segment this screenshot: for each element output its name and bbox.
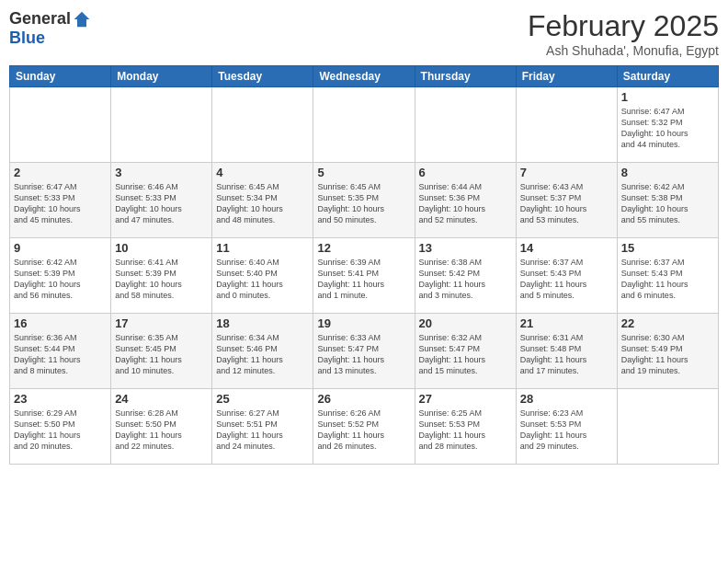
day-number: 2 — [14, 166, 107, 179]
header: General Blue February 2025 Ash Shuhada',… — [9, 9, 719, 58]
day-cell-2: 2Sunrise: 6:47 AM Sunset: 5:33 PM Daylig… — [10, 163, 111, 238]
day-number: 20 — [419, 316, 512, 330]
logo: General Blue — [9, 9, 91, 48]
day-info: Sunrise: 6:27 AM Sunset: 5:51 PM Dayligh… — [216, 408, 309, 453]
day-info: Sunrise: 6:26 AM Sunset: 5:52 PM Dayligh… — [317, 408, 410, 453]
day-number: 23 — [14, 392, 107, 406]
day-cell-27: 27Sunrise: 6:25 AM Sunset: 5:53 PM Dayli… — [415, 389, 516, 465]
day-info: Sunrise: 6:45 AM Sunset: 5:34 PM Dayligh… — [216, 181, 309, 226]
day-cell-5: 5Sunrise: 6:45 AM Sunset: 5:35 PM Daylig… — [313, 163, 415, 238]
empty-cell — [516, 87, 617, 163]
day-info: Sunrise: 6:35 AM Sunset: 5:45 PM Dayligh… — [115, 332, 208, 377]
day-number: 21 — [520, 316, 613, 330]
day-number: 8 — [621, 166, 714, 179]
month-title: February 2025 — [528, 9, 719, 43]
day-cell-13: 13Sunrise: 6:38 AM Sunset: 5:42 PM Dayli… — [415, 238, 516, 314]
day-info: Sunrise: 6:33 AM Sunset: 5:47 PM Dayligh… — [317, 332, 410, 377]
svg-marker-0 — [74, 11, 90, 27]
day-info: Sunrise: 6:32 AM Sunset: 5:47 PM Dayligh… — [419, 332, 512, 377]
day-number: 7 — [520, 166, 613, 179]
day-header-wednesday: Wednesday — [313, 66, 415, 87]
empty-cell — [415, 87, 516, 163]
day-cell-11: 11Sunrise: 6:40 AM Sunset: 5:40 PM Dayli… — [212, 238, 313, 314]
location: Ash Shuhada', Monufia, Egypt — [528, 43, 719, 58]
day-cell-26: 26Sunrise: 6:26 AM Sunset: 5:52 PM Dayli… — [313, 389, 415, 465]
empty-cell — [212, 87, 313, 163]
day-cell-18: 18Sunrise: 6:34 AM Sunset: 5:46 PM Dayli… — [212, 314, 313, 389]
week-row-4: 16Sunrise: 6:36 AM Sunset: 5:44 PM Dayli… — [10, 314, 719, 389]
day-cell-7: 7Sunrise: 6:43 AM Sunset: 5:37 PM Daylig… — [516, 163, 617, 238]
day-cell-6: 6Sunrise: 6:44 AM Sunset: 5:36 PM Daylig… — [415, 163, 516, 238]
day-cell-8: 8Sunrise: 6:42 AM Sunset: 5:38 PM Daylig… — [617, 163, 718, 238]
day-number: 24 — [115, 392, 208, 406]
day-info: Sunrise: 6:34 AM Sunset: 5:46 PM Dayligh… — [216, 332, 309, 377]
day-number: 6 — [419, 166, 512, 179]
day-info: Sunrise: 6:40 AM Sunset: 5:40 PM Dayligh… — [216, 257, 309, 302]
empty-cell — [617, 389, 718, 465]
day-info: Sunrise: 6:31 AM Sunset: 5:48 PM Dayligh… — [520, 332, 613, 377]
day-header-tuesday: Tuesday — [212, 66, 313, 87]
day-info: Sunrise: 6:37 AM Sunset: 5:43 PM Dayligh… — [520, 257, 613, 302]
day-number: 18 — [216, 316, 309, 330]
day-number: 22 — [621, 316, 714, 330]
calendar-table: SundayMondayTuesdayWednesdayThursdayFrid… — [9, 65, 719, 465]
logo-blue-text: Blue — [9, 29, 45, 47]
week-row-5: 23Sunrise: 6:29 AM Sunset: 5:50 PM Dayli… — [10, 389, 719, 465]
day-info: Sunrise: 6:37 AM Sunset: 5:43 PM Dayligh… — [621, 257, 714, 302]
day-info: Sunrise: 6:28 AM Sunset: 5:50 PM Dayligh… — [115, 408, 208, 453]
day-number: 9 — [14, 241, 107, 255]
logo-general-text: General — [9, 9, 71, 29]
day-cell-4: 4Sunrise: 6:45 AM Sunset: 5:34 PM Daylig… — [212, 163, 313, 238]
day-number: 5 — [317, 166, 410, 179]
day-info: Sunrise: 6:38 AM Sunset: 5:42 PM Dayligh… — [419, 257, 512, 302]
day-number: 26 — [317, 392, 410, 406]
day-header-thursday: Thursday — [415, 66, 516, 87]
day-cell-25: 25Sunrise: 6:27 AM Sunset: 5:51 PM Dayli… — [212, 389, 313, 465]
day-info: Sunrise: 6:39 AM Sunset: 5:41 PM Dayligh… — [317, 257, 410, 302]
day-number: 16 — [14, 316, 107, 330]
empty-cell — [111, 87, 212, 163]
day-info: Sunrise: 6:44 AM Sunset: 5:36 PM Dayligh… — [419, 181, 512, 226]
day-info: Sunrise: 6:25 AM Sunset: 5:53 PM Dayligh… — [419, 408, 512, 453]
day-header-monday: Monday — [111, 66, 212, 87]
day-info: Sunrise: 6:23 AM Sunset: 5:53 PM Dayligh… — [520, 408, 613, 453]
day-header-sunday: Sunday — [10, 66, 111, 87]
day-number: 17 — [115, 316, 208, 330]
day-cell-10: 10Sunrise: 6:41 AM Sunset: 5:39 PM Dayli… — [111, 238, 212, 314]
day-cell-16: 16Sunrise: 6:36 AM Sunset: 5:44 PM Dayli… — [10, 314, 111, 389]
week-row-2: 2Sunrise: 6:47 AM Sunset: 5:33 PM Daylig… — [10, 163, 719, 238]
day-cell-28: 28Sunrise: 6:23 AM Sunset: 5:53 PM Dayli… — [516, 389, 617, 465]
day-cell-23: 23Sunrise: 6:29 AM Sunset: 5:50 PM Dayli… — [10, 389, 111, 465]
day-info: Sunrise: 6:43 AM Sunset: 5:37 PM Dayligh… — [520, 181, 613, 226]
day-number: 12 — [317, 241, 410, 255]
page: General Blue February 2025 Ash Shuhada',… — [0, 0, 728, 563]
day-cell-1: 1Sunrise: 6:47 AM Sunset: 5:32 PM Daylig… — [617, 87, 718, 163]
logo-icon — [73, 10, 91, 29]
week-row-1: 1Sunrise: 6:47 AM Sunset: 5:32 PM Daylig… — [10, 87, 719, 163]
day-cell-12: 12Sunrise: 6:39 AM Sunset: 5:41 PM Dayli… — [313, 238, 415, 314]
day-number: 4 — [216, 166, 309, 179]
day-info: Sunrise: 6:36 AM Sunset: 5:44 PM Dayligh… — [14, 332, 107, 377]
day-cell-14: 14Sunrise: 6:37 AM Sunset: 5:43 PM Dayli… — [516, 238, 617, 314]
day-number: 1 — [621, 90, 714, 104]
header-row: SundayMondayTuesdayWednesdayThursdayFrid… — [10, 66, 719, 87]
day-header-saturday: Saturday — [617, 66, 718, 87]
day-cell-3: 3Sunrise: 6:46 AM Sunset: 5:33 PM Daylig… — [111, 163, 212, 238]
day-cell-24: 24Sunrise: 6:28 AM Sunset: 5:50 PM Dayli… — [111, 389, 212, 465]
day-number: 13 — [419, 241, 512, 255]
day-cell-17: 17Sunrise: 6:35 AM Sunset: 5:45 PM Dayli… — [111, 314, 212, 389]
empty-cell — [313, 87, 415, 163]
day-header-friday: Friday — [516, 66, 617, 87]
day-cell-21: 21Sunrise: 6:31 AM Sunset: 5:48 PM Dayli… — [516, 314, 617, 389]
day-cell-22: 22Sunrise: 6:30 AM Sunset: 5:49 PM Dayli… — [617, 314, 718, 389]
empty-cell — [10, 87, 111, 163]
day-cell-19: 19Sunrise: 6:33 AM Sunset: 5:47 PM Dayli… — [313, 314, 415, 389]
day-number: 25 — [216, 392, 309, 406]
day-number: 15 — [621, 241, 714, 255]
day-info: Sunrise: 6:47 AM Sunset: 5:33 PM Dayligh… — [14, 181, 107, 226]
week-row-3: 9Sunrise: 6:42 AM Sunset: 5:39 PM Daylig… — [10, 238, 719, 314]
day-info: Sunrise: 6:46 AM Sunset: 5:33 PM Dayligh… — [115, 181, 208, 226]
day-number: 19 — [317, 316, 410, 330]
day-cell-9: 9Sunrise: 6:42 AM Sunset: 5:39 PM Daylig… — [10, 238, 111, 314]
day-info: Sunrise: 6:42 AM Sunset: 5:38 PM Dayligh… — [621, 181, 714, 226]
